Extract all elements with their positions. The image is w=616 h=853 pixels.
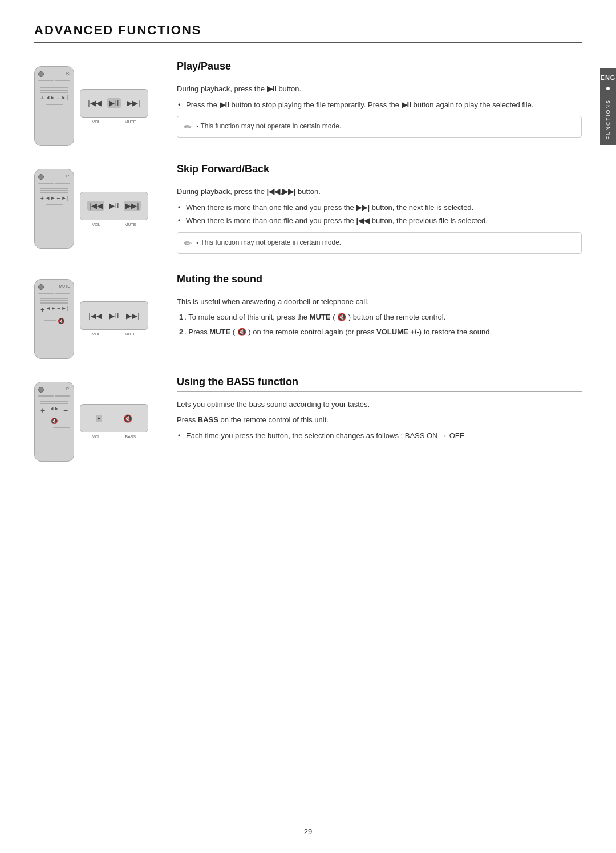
remote-body-3: MUTE + ◄► – ►| — [34, 279, 74, 359]
page-number: 29 — [304, 827, 312, 836]
mute-label-2: MUTE — [125, 223, 136, 227]
note-text: This function may not operate in certain… — [196, 121, 341, 131]
remote-body-2: R. + ◄► – ►| — [34, 169, 74, 249]
remote-body-1: R. + ◄► — [34, 66, 74, 146]
section-muting: MUTE + ◄► – ►| — [34, 273, 582, 359]
section-title-skip: Skip Forward/Back — [177, 163, 582, 179]
transport-panel-4: + 🔇 VOL BASS — [80, 404, 148, 439]
note-icon-2: ✏ — [184, 238, 192, 249]
remote-power-btn-4 — [38, 387, 44, 393]
vol-label-3: VOL — [92, 332, 100, 336]
content-muting: Muting the sound This is useful when ans… — [177, 273, 582, 341]
skip-note: ✏ This function may not operate in certa… — [177, 232, 582, 254]
skip-bullet-2: When there is more than one file and you… — [177, 215, 582, 227]
skip-bullets: When there is more than one file and you… — [177, 202, 582, 227]
section-skip: R. + ◄► – ►| — [34, 163, 582, 256]
muting-step-1: 1. To mute sound of this unit, press the… — [177, 312, 582, 323]
transport-labels-2: VOL MUTE — [80, 223, 148, 227]
transport-controls-2: |◀◀ ▶II ▶▶| — [80, 192, 148, 220]
section-bass: R. + ◄► – 🔇 — [34, 376, 582, 462]
rewind-btn-3[interactable]: |◀◀ — [88, 312, 102, 320]
transport-panel-1: |◀◀ ▶II ▶▶| VOL MUTE — [80, 89, 148, 124]
section-title-play-pause: Play/Pause — [177, 60, 582, 76]
remote-power-row: R. — [38, 71, 70, 77]
remote-power-btn-2 — [38, 174, 44, 180]
note-text-2: This function may not operate in certain… — [196, 237, 341, 248]
fast-forward-btn[interactable]: ▶▶| — [127, 99, 140, 107]
remote-r-label-2: R. — [66, 174, 70, 180]
remote-r-label-4: R. — [66, 387, 70, 393]
skip-bullet-1: When there is more than one file and you… — [177, 202, 582, 213]
skip-intro: During playback, press the |◀◀,▶▶| butto… — [177, 186, 582, 197]
fast-forward-btn-2[interactable]: ▶▶| — [124, 201, 140, 211]
bass-speaker: 🔇 — [123, 414, 132, 423]
bass-intro2: Press BASS on the remote control of this… — [177, 414, 582, 426]
bass-label-bottom: BASS — [125, 435, 136, 439]
content-bass: Using the BASS function Lets you optimis… — [177, 376, 582, 446]
bass-bullets: Each time you press the button, the sele… — [177, 430, 582, 442]
remote-power-row-3: MUTE — [38, 284, 70, 290]
vol-label-4: VOL — [92, 435, 100, 439]
transport-controls-1: |◀◀ ▶II ▶▶| — [80, 89, 148, 118]
bass-intro: Lets you optimise the bass sound accordi… — [177, 399, 582, 410]
page-container: ENG FUNCTIONS ADVANCED FUNCTIONS R. — [0, 0, 616, 853]
vol-label-2: VOL — [92, 223, 100, 227]
remote-plus-minus-3: + ◄► – ►| — [38, 305, 70, 314]
remote-plus-minus: + ◄► – ►| — [38, 95, 70, 101]
section-title-bass: Using the BASS function — [177, 376, 582, 392]
side-tab: ENG FUNCTIONS — [600, 68, 616, 145]
remote-power-btn-3 — [38, 284, 44, 290]
fast-forward-btn-3[interactable]: ▶▶| — [126, 312, 139, 320]
page-header: ADVANCED FUNCTIONS — [34, 23, 582, 43]
image-play-pause: R. + ◄► — [34, 66, 160, 146]
rewind-btn-2[interactable]: |◀◀ — [87, 201, 104, 211]
remote-plus-minus-2: + ◄► – ►| — [38, 195, 70, 201]
mute-icon-remote: 🔇 — [58, 318, 64, 324]
transport-panel-2: |◀◀ ▶II ▶▶| VOL MUTE — [80, 192, 148, 227]
bass-label: + — [96, 415, 103, 422]
functions-label: FUNCTIONS — [605, 99, 611, 140]
image-skip: R. + ◄► – ►| — [34, 169, 160, 249]
remote-body-4: R. + ◄► – 🔇 — [34, 382, 74, 462]
bullet-item: Press the ▶II button to stop playing the… — [177, 99, 582, 111]
transport-labels-3: VOL MUTE — [80, 332, 148, 336]
bass-bullet-1: Each time you press the button, the sele… — [177, 430, 582, 442]
lang-label: ENG — [601, 74, 616, 81]
remote-power-row-4: R. — [38, 387, 70, 393]
content-skip: Skip Forward/Back During playback, press… — [177, 163, 582, 256]
image-muting: MUTE + ◄► – ►| — [34, 279, 160, 359]
play-pause-btn-3[interactable]: ▶II — [109, 312, 119, 320]
mute-label: MUTE — [125, 120, 136, 124]
side-dot — [606, 87, 610, 90]
remote-r-label: R. — [66, 71, 70, 77]
note-icon: ✏ — [184, 122, 192, 132]
play-pause-intro: During playback, press the ▶II button. — [177, 83, 582, 95]
mute-label-3: MUTE — [125, 332, 136, 336]
transport-labels-4: VOL BASS — [80, 435, 148, 439]
transport-controls-3: |◀◀ ▶II ▶▶| — [80, 301, 148, 330]
transport-controls-4: + 🔇 — [80, 404, 148, 432]
muting-step-2: 2. Press MUTE ( 🔇 ) on the remote contro… — [177, 326, 582, 338]
content-play-pause: Play/Pause During playback, press the ▶I… — [177, 60, 582, 140]
remote-plus-minus-4: + ◄► – — [38, 406, 70, 415]
page-title: ADVANCED FUNCTIONS — [34, 23, 201, 37]
transport-panel-3: |◀◀ ▶II ▶▶| VOL MUTE — [80, 301, 148, 336]
play-pause-btn-2[interactable]: ▶II — [109, 201, 119, 210]
rewind-btn[interactable]: |◀◀ — [88, 99, 101, 107]
section-title-muting: Muting the sound — [177, 273, 582, 289]
muting-intro: This is useful when answering a doorbell… — [177, 296, 582, 308]
play-pause-note: ✏ This function may not operate in certa… — [177, 116, 582, 138]
bass-mute-icon: 🔇 — [51, 418, 58, 424]
remote-r-label-3: MUTE — [59, 284, 70, 290]
section-play-pause: R. + ◄► — [34, 60, 582, 146]
image-bass: R. + ◄► – 🔇 — [34, 382, 160, 462]
transport-labels-1: VOL MUTE — [80, 120, 148, 124]
remote-power-btn — [38, 71, 44, 77]
play-pause-btn[interactable]: ▶II — [107, 98, 120, 108]
vol-label: VOL — [92, 120, 100, 124]
remote-power-row-2: R. — [38, 174, 70, 180]
play-pause-bullets: Press the ▶II button to stop playing the… — [177, 99, 582, 111]
